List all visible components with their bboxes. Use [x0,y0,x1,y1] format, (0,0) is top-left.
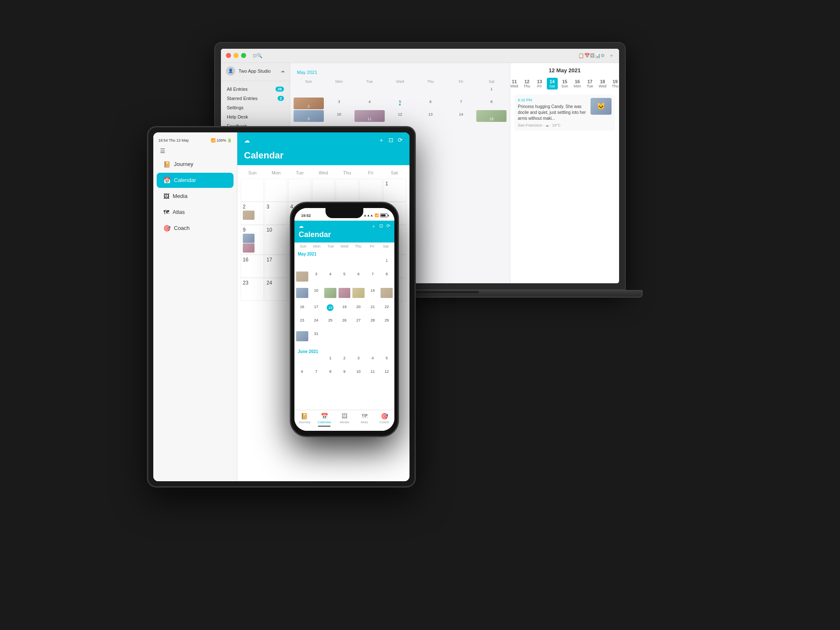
ipad-settings-icon[interactable]: ⟳ [398,137,403,144]
minimize-button[interactable] [234,53,239,58]
phone-layout-icon[interactable]: ⊡ [379,223,383,229]
cal-day[interactable] [385,85,415,97]
date-chip-19[interactable]: 19Thu [610,78,620,90]
mac-icon-5[interactable]: 📊 [595,53,601,58]
mac-icon-4[interactable]: 🖼 [590,53,595,58]
date-chip-14[interactable]: 14Sat [547,78,558,90]
cal-day-14[interactable]: 14 [446,110,476,122]
phone-tab-calendar[interactable]: 📅 Calendar [315,412,335,427]
cal-day-2[interactable]: 2 [294,98,324,109]
cal-day-9[interactable]: 9 [294,110,324,122]
ipad-day-3[interactable]: 3 [265,202,288,225]
phone-jun-3[interactable]: 3 [352,355,365,368]
phone-jun-12[interactable]: 12 [380,368,394,382]
sidebar-item-all-entries[interactable]: All Entries 26 [221,84,290,94]
phone-day-14[interactable]: 14 [366,287,380,303]
phone-day-15[interactable]: 15 [380,287,394,303]
phone-day-19[interactable]: 19 [338,303,352,317]
sidebar-item-starred-entries[interactable]: Starred Entries 2 [221,94,290,103]
phone-day-7[interactable]: 7 [366,271,380,287]
cal-day-8[interactable]: 8 [476,98,507,109]
ipad-day-9[interactable]: 9 [241,225,264,255]
phone-jun-5[interactable]: 5 [380,355,394,368]
cal-day[interactable] [324,85,354,97]
phone-day-4[interactable]: 4 [323,271,337,287]
sidebar-item-help-desk[interactable]: Help Desk [221,112,290,121]
date-chip-18[interactable]: 18Wed [597,78,608,90]
phone-jun-9[interactable]: 9 [338,368,352,382]
cal-day-3[interactable]: 3 [324,98,354,109]
phone-day-5[interactable]: 5 [338,271,352,287]
mac-icon-2[interactable]: 📋 [578,53,584,58]
phone-day-empty[interactable] [295,257,309,271]
ipad-day-17[interactable]: 17 [265,255,288,278]
ipad-nav-coach[interactable]: 🎯 Coach [157,221,234,236]
phone-day-26[interactable]: 26 [338,317,352,330]
cal-day-10[interactable]: 10 [324,110,354,122]
phone-day-24[interactable]: 24 [310,317,323,330]
mac-entry-card[interactable]: 🐱 6:10 PM Princess hugging Candy. She wa… [514,95,615,131]
mac-toolbar-icon-1[interactable]: ⊡ [253,53,257,58]
phone-tab-journey[interactable]: 📔 Journey [294,412,315,427]
phone-day-12[interactable]: 12 [338,287,352,303]
cal-day-12[interactable]: 12 [385,110,415,122]
cal-day-13[interactable]: 13 [415,110,446,122]
phone-day-2[interactable]: 2 [295,271,309,287]
mac-add-button[interactable]: ＋ [609,52,614,59]
phone-jun-7[interactable]: 7 [310,368,323,382]
phone-day-empty[interactable] [338,257,352,271]
cal-day[interactable] [446,85,476,97]
phone-jun-10[interactable]: 10 [352,368,365,382]
ipad-day-16[interactable]: 16 [241,255,264,278]
cal-day-5[interactable]: 5 [385,98,415,109]
cal-day[interactable] [294,85,324,97]
cal-day-15[interactable]: 15 [476,110,507,122]
phone-refresh-icon[interactable]: ⟳ [386,223,390,229]
ipad-day-24[interactable]: 24 [265,278,288,301]
phone-day-22[interactable]: 22 [380,303,394,317]
phone-jun-6[interactable]: 6 [295,368,309,382]
phone-day-13[interactable]: 13 [352,287,365,303]
phone-day-27[interactable]: 27 [352,317,365,330]
phone-day-30[interactable]: 30 [295,330,309,347]
cloud-sync-icon[interactable]: ☁ [281,69,285,73]
ipad-day-empty[interactable] [265,179,288,202]
mac-search-icon[interactable]: 🔍 [257,53,262,58]
phone-day-9[interactable]: 9 [295,287,309,303]
phone-day-25[interactable]: 25 [323,317,337,330]
ipad-nav-journey[interactable]: 📔 Journey [157,157,234,172]
phone-day-1[interactable]: 1 [380,257,394,271]
mac-icon-6[interactable]: ⚙ [601,53,605,58]
ipad-nav-calendar[interactable]: 📅 Calendar [157,173,234,188]
phone-day-3[interactable]: 3 [310,271,323,287]
date-chip-13[interactable]: 13Fri [534,78,545,90]
ipad-day-2[interactable]: 2 [241,202,264,225]
cal-day[interactable] [354,85,385,97]
ipad-day-empty[interactable] [241,179,264,202]
phone-day-28[interactable]: 28 [366,317,380,330]
phone-day-10[interactable]: 10 [310,287,323,303]
ipad-cloud-icon[interactable]: ☁ [244,137,250,144]
date-chip-15[interactable]: 15Sun [559,78,570,90]
phone-day-16[interactable]: 16 [295,303,309,317]
phone-day-empty[interactable] [310,257,323,271]
cal-day-6[interactable]: 6 [415,98,446,109]
phone-jun-2[interactable]: 2 [338,355,352,368]
ipad-day-empty[interactable] [336,179,359,202]
phone-add-icon[interactable]: ＋ [371,223,376,229]
phone-day-8[interactable]: 8 [380,271,394,287]
ipad-day-empty[interactable] [312,179,335,202]
phone-day-18[interactable]: 18 [323,303,337,317]
cal-day[interactable] [415,85,446,97]
phone-jun-11[interactable]: 11 [366,368,380,382]
ipad-day-empty[interactable] [288,179,311,202]
cal-day-4[interactable]: 4 [354,98,385,109]
cal-day-7[interactable]: 7 [446,98,476,109]
phone-day-empty[interactable] [323,257,337,271]
phone-day-21[interactable]: 21 [366,303,380,317]
phone-cloud-icon[interactable]: ☁ [299,223,304,229]
ipad-nav-atlas[interactable]: 🗺 Atlas [157,205,234,220]
date-chip-12[interactable]: 12Thu [522,78,533,90]
ipad-nav-media[interactable]: 🖼 Media [157,189,234,204]
maximize-button[interactable] [241,53,246,58]
